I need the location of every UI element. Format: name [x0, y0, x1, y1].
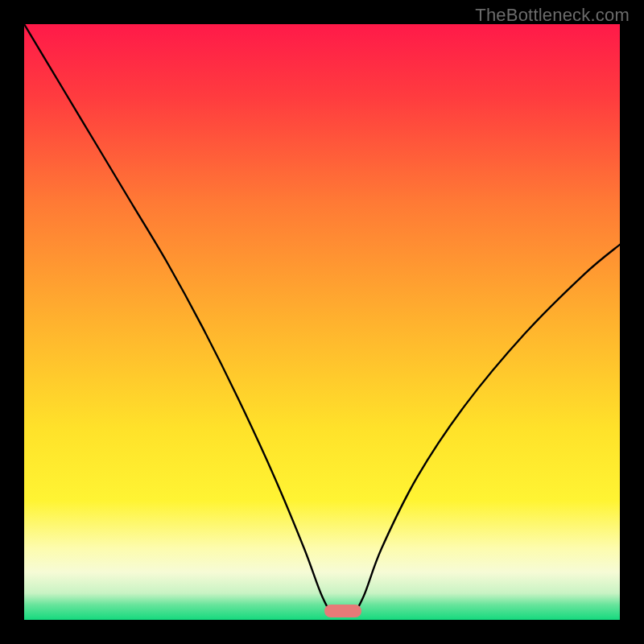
- curve-path: [24, 24, 620, 616]
- plot-area: [24, 24, 620, 620]
- chart-frame: TheBottleneck.com: [0, 0, 644, 644]
- chart-curve: [24, 24, 620, 620]
- bottleneck-marker: [324, 605, 361, 617]
- watermark-text: TheBottleneck.com: [475, 5, 630, 26]
